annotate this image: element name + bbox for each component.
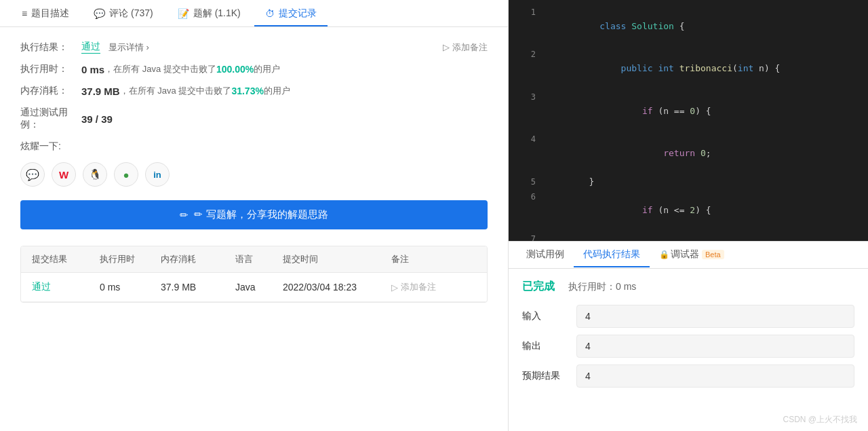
tab-solutions[interactable]: 📝 题解 (1.1K) (167, 2, 252, 26)
memory-desc1: ，在所有 Java 提交中击败了 (120, 85, 232, 97)
submissions-table: 提交结果 执行用时 内存消耗 语言 提交时间 备注 通过 0 ms 37.9 M… (20, 246, 488, 303)
douban-icon: ● (123, 169, 129, 181)
linkedin-icon: in (153, 170, 161, 180)
share-weibo-btn[interactable]: W (52, 162, 76, 187)
memory-desc2: 的用户 (264, 85, 290, 97)
time-label: 执行用时： (20, 63, 81, 75)
add-note-btn[interactable]: ▷ 添加备注 (443, 41, 488, 54)
col-status: 提交结果 (32, 253, 100, 265)
status-pass[interactable]: 通过 (81, 41, 100, 54)
time-desc2: 的用户 (254, 63, 280, 75)
input-value: 4 (576, 305, 854, 328)
table-header: 提交结果 执行用时 内存消耗 语言 提交时间 备注 (21, 246, 487, 273)
input-label: 输入 (522, 310, 576, 322)
tab-debugger[interactable]: 🔒 调试器 Beta (650, 243, 734, 267)
left-panel: ≡ 题目描述 💬 评论 (737) 📝 题解 (1.1K) ⏱ 提交记录 执行结… (0, 0, 509, 431)
qq-icon: 🐧 (89, 168, 102, 181)
code-line-5: 5 } (509, 175, 868, 190)
execution-time-row: 执行用时： 0 ms ，在所有 Java 提交中击败了 100.00% 的用户 (20, 63, 488, 75)
show-detail-link[interactable]: 显示详情 (108, 41, 149, 54)
io-grid: 输入 4 输出 4 预期结果 4 (522, 305, 854, 388)
code-editor[interactable]: 1 class Solution { 2 public int tribonac… (509, 0, 868, 241)
memory-value: 37.9 MB (81, 86, 120, 97)
memory-row: 内存消耗： 37.9 MB ，在所有 Java 提交中击败了 31.73% 的用… (20, 85, 488, 97)
time-value: 0 ms (81, 64, 104, 75)
solutions-icon: 📝 (178, 8, 189, 19)
testcases-value: 39 / 39 (81, 113, 113, 125)
memory-percent: 31.73% (231, 86, 263, 96)
tab-test-cases[interactable]: 测试用例 (517, 243, 574, 267)
bottom-tabs: 测试用例 代码执行结果 🔒 调试器 Beta (509, 241, 868, 268)
lock-icon: 🔒 (659, 250, 669, 259)
comments-icon: 💬 (94, 8, 105, 19)
tab-description[interactable]: ≡ 题目描述 (11, 2, 80, 26)
exec-time-label: 执行用时：0 ms (568, 281, 636, 293)
completed-badge: 已完成 (522, 280, 555, 294)
row-submit-time: 2022/03/04 18:23 (283, 282, 391, 293)
table-row: 通过 0 ms 37.9 MB Java 2022/03/04 18:23 ▷ … (21, 273, 487, 302)
col-memory: 内存消耗 (161, 253, 235, 265)
share-icons: 💬 W 🐧 ● in (20, 162, 488, 187)
testcases-label: 通过测试用例： (20, 107, 81, 131)
col-submit-time: 提交时间 (283, 253, 391, 265)
flag-small-icon: ▷ (391, 282, 398, 293)
left-content: 执行结果： 通过 显示详情 ▷ 添加备注 执行用时： 0 ms ，在所有 Jav… (0, 27, 508, 431)
col-lang: 语言 (235, 253, 283, 265)
execution-result-label: 执行结果： (20, 41, 81, 54)
code-line-2: 2 public int tribonacci(int n) { (509, 48, 868, 90)
watermark: CSDN @上火不找我 (783, 414, 857, 426)
code-line-3: 3 if (n == 0) { (509, 90, 868, 132)
row-status[interactable]: 通过 (32, 281, 100, 293)
top-tabs: ≡ 题目描述 💬 评论 (737) 📝 题解 (1.1K) ⏱ 提交记录 (0, 0, 508, 27)
share-linkedin-btn[interactable]: in (145, 162, 170, 187)
expected-label: 预期结果 (522, 370, 576, 382)
share-qq-btn[interactable]: 🐧 (83, 162, 107, 187)
flag-icon: ▷ (443, 42, 450, 52)
row-time: 0 ms (100, 282, 161, 293)
code-line-4: 4 return 0; (509, 132, 868, 174)
tab-exec-results[interactable]: 代码执行结果 (574, 243, 650, 267)
submissions-icon: ⏱ (265, 8, 275, 19)
beta-badge: Beta (702, 250, 724, 259)
share-douban-btn[interactable]: ● (114, 162, 138, 187)
write-solution-button[interactable]: ✏ ✏ 写题解，分享我的解题思路 (20, 200, 488, 229)
share-label-row: 炫耀一下: (20, 140, 488, 153)
output-row: 输出 4 (522, 335, 854, 358)
expected-value: 4 (576, 364, 854, 388)
output-label: 输出 (522, 340, 576, 352)
expected-row: 预期结果 4 (522, 364, 854, 388)
col-time: 执行用时 (100, 253, 161, 265)
description-icon: ≡ (22, 8, 27, 19)
time-percent: 100.00% (216, 64, 254, 75)
weibo-icon: W (59, 169, 68, 181)
wechat-icon: 💬 (26, 168, 39, 181)
row-lang: Java (235, 282, 283, 293)
output-value: 4 (576, 335, 854, 358)
pencil-icon: ✏ (180, 209, 189, 221)
execution-result-row: 执行结果： 通过 显示详情 ▷ 添加备注 (20, 41, 488, 54)
code-line-7: 7 return 1; (509, 232, 868, 241)
time-desc1: ，在所有 Java 提交中击败了 (104, 63, 216, 75)
tab-submissions[interactable]: ⏱ 提交记录 (254, 2, 328, 26)
code-line-1: 1 class Solution { (509, 5, 868, 48)
results-panel: 已完成 执行用时：0 ms 输入 4 输出 4 预期结果 4 (509, 268, 868, 431)
row-add-note[interactable]: ▷ 添加备注 (391, 281, 476, 293)
results-status-row: 已完成 执行用时：0 ms (522, 280, 854, 294)
memory-label: 内存消耗： (20, 85, 81, 97)
row-memory: 37.9 MB (161, 282, 235, 293)
code-line-6: 6 if (n <= 2) { (509, 190, 868, 232)
col-note: 备注 (391, 253, 476, 265)
tab-comments[interactable]: 💬 评论 (737) (83, 2, 164, 26)
right-panel: 1 class Solution { 2 public int tribonac… (509, 0, 868, 431)
input-row: 输入 4 (522, 305, 854, 328)
share-wechat-btn[interactable]: 💬 (20, 162, 45, 187)
testcases-row: 通过测试用例： 39 / 39 (20, 107, 488, 131)
share-label: 炫耀一下: (20, 140, 81, 153)
